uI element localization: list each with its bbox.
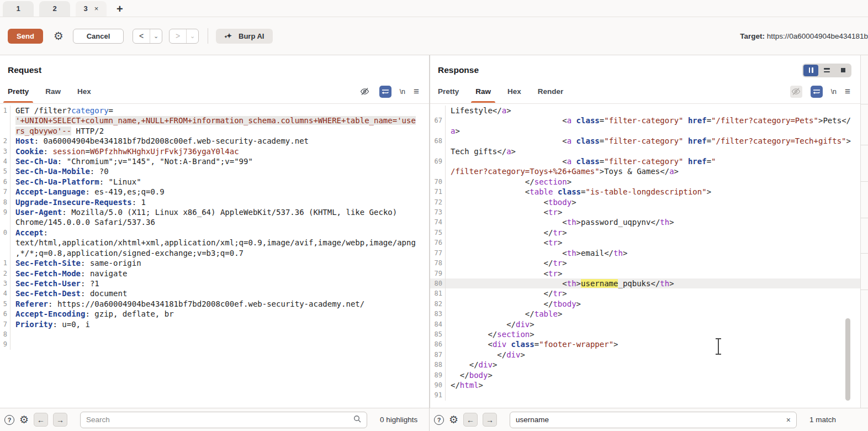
previous-match-button[interactable]: ← xyxy=(463,413,478,427)
response-tab-pretty[interactable]: Pretty xyxy=(433,80,463,103)
line-number xyxy=(430,166,445,176)
next-match-button[interactable]: → xyxy=(53,413,67,427)
previous-match-button[interactable]: ← xyxy=(34,413,48,427)
code-line: 4Sec-Fetch-Dest: document xyxy=(0,288,429,298)
inspector-collapsed-strip[interactable] xyxy=(860,55,868,408)
line-number xyxy=(0,248,10,258)
line-number: 5 xyxy=(0,299,10,309)
response-title: Response xyxy=(438,65,479,75)
request-view-icons: \n ≡ xyxy=(359,86,419,98)
request-settings-gear-button[interactable]: ⚙ xyxy=(51,29,66,44)
layout-rows-button[interactable] xyxy=(819,65,834,76)
forward-history-dropdown[interactable]: ⌄ xyxy=(186,29,198,43)
code-line: 90</html> xyxy=(430,380,860,390)
repeater-tab-1[interactable]: 1 xyxy=(3,1,34,17)
request-tab-row: Pretty Raw Hex \n ≡ xyxy=(0,80,429,104)
hide-nonprintable-icon[interactable] xyxy=(790,86,802,98)
line-number xyxy=(0,217,10,227)
search-settings-gear-icon[interactable]: ⚙ xyxy=(449,413,458,426)
code-line: 79 <tr> xyxy=(430,269,860,278)
request-panel: Request Pretty Raw Hex \n ≡ 1GET xyxy=(0,55,429,408)
word-wrap-icon[interactable] xyxy=(811,86,823,98)
request-tab-hex[interactable]: Hex xyxy=(73,80,96,103)
line-number: 71 xyxy=(430,187,445,197)
code-line: 85 </section> xyxy=(430,329,860,339)
line-number: 81 xyxy=(430,288,445,298)
burp-ai-button[interactable]: ✦✦ Burp AI xyxy=(216,29,273,44)
line-number: 1 xyxy=(0,258,10,268)
repeater-tab-bar: 1 2 3 × + xyxy=(0,0,868,17)
show-newlines-icon[interactable]: \n xyxy=(400,88,405,96)
code-line: 77 <th>email</th> xyxy=(430,248,860,258)
code-line: 87 </div> xyxy=(430,350,860,360)
response-tab-hex[interactable]: Hex xyxy=(503,80,526,103)
close-tab-icon[interactable]: × xyxy=(94,4,99,13)
code-line: 1GET /filter?category= xyxy=(0,106,429,115)
layout-columns-button[interactable] xyxy=(803,65,818,76)
request-editor[interactable]: 1GET /filter?category= '+UNION+SELECT+co… xyxy=(0,104,429,408)
response-tab-render[interactable]: Render xyxy=(533,80,568,103)
forward-button-group: > ⌄ xyxy=(169,29,199,44)
editor-menu-icon[interactable]: ≡ xyxy=(414,87,419,96)
request-tab-raw[interactable]: Raw xyxy=(41,80,65,103)
code-line: 7Accept-Language: es-419,es;q=0.9 xyxy=(0,187,429,197)
new-tab-button[interactable]: + xyxy=(112,2,128,15)
chevron-right-icon: > xyxy=(176,31,180,40)
line-number: 83 xyxy=(430,309,445,319)
code-line: 69 <a class="filter-category" href=" xyxy=(430,156,860,166)
code-line: 70 </section> xyxy=(430,177,860,187)
request-tab-pretty[interactable]: Pretty xyxy=(3,80,33,103)
code-line: 91 xyxy=(430,390,860,400)
next-match-button[interactable]: → xyxy=(483,413,497,427)
code-line: 78 </tr> xyxy=(430,258,860,268)
line-number: 85 xyxy=(430,329,445,339)
editor-split: Request Pretty Raw Hex \n ≡ 1GET xyxy=(0,55,868,408)
code-line: 8 xyxy=(0,329,429,339)
line-number xyxy=(430,126,445,136)
line-number: 8 xyxy=(0,329,10,339)
request-title: Request xyxy=(8,65,41,75)
word-wrap-icon[interactable] xyxy=(379,86,391,98)
line-number: 4 xyxy=(0,156,10,166)
response-tab-raw[interactable]: Raw xyxy=(471,80,495,103)
request-search-input[interactable] xyxy=(86,416,349,424)
repeater-tab-3[interactable]: 3 × xyxy=(76,1,107,17)
code-line: 71 <table class="is-table-longdescriptio… xyxy=(430,187,860,197)
help-icon[interactable]: ? xyxy=(4,415,14,425)
response-panel: Response Pretty Raw Hex Render xyxy=(430,55,868,408)
line-number: 87 xyxy=(430,350,445,360)
search-settings-gear-icon[interactable]: ⚙ xyxy=(19,413,29,426)
forward-button[interactable]: > xyxy=(170,29,186,43)
layout-single-button[interactable] xyxy=(835,65,850,76)
cancel-button[interactable]: Cancel xyxy=(73,29,124,44)
text-cursor-ibeam xyxy=(715,338,722,355)
request-search-field xyxy=(80,412,367,428)
response-tab-row: Pretty Raw Hex Render \n ≡ xyxy=(430,80,868,104)
send-button[interactable]: Send xyxy=(8,29,43,44)
line-number: 4 xyxy=(0,288,10,298)
line-number xyxy=(0,238,10,248)
editor-menu-icon[interactable]: ≡ xyxy=(845,87,850,96)
show-newlines-icon[interactable]: \n xyxy=(831,88,837,96)
request-search-bar: ? ⚙ ← → 0 highlights xyxy=(0,408,429,431)
help-icon[interactable]: ? xyxy=(434,415,444,425)
response-editor[interactable]: Lifestyle</a>67 <a class="filter-categor… xyxy=(430,104,860,408)
clear-search-icon[interactable]: × xyxy=(786,416,791,424)
repeater-tab-2[interactable]: 2 xyxy=(39,1,70,17)
code-line: 83 </table> xyxy=(430,309,860,319)
line-number: 73 xyxy=(430,207,445,217)
back-button[interactable]: < xyxy=(133,29,150,43)
target-url-bar[interactable]: Target: https://0a60004904be434181b xyxy=(729,32,868,40)
code-line: 5Sec-Ch-Ua-Mobile: ?0 xyxy=(0,166,429,176)
code-line: 86 <div class="footer-wrapper"> xyxy=(430,339,860,349)
response-search-input[interactable] xyxy=(516,416,782,424)
line-number: 9 xyxy=(0,207,10,217)
code-line: 5Referer: https://0a60004904be434181bf7b… xyxy=(0,299,429,309)
response-scrollbar-thumb[interactable] xyxy=(845,318,850,401)
back-history-dropdown[interactable]: ⌄ xyxy=(150,29,162,43)
response-view-icons: \n ≡ xyxy=(790,86,850,98)
line-number: 2 xyxy=(0,269,10,278)
hide-nonprintable-icon[interactable] xyxy=(359,86,371,98)
line-number: 75 xyxy=(430,228,445,238)
line-number: 3 xyxy=(0,146,10,156)
